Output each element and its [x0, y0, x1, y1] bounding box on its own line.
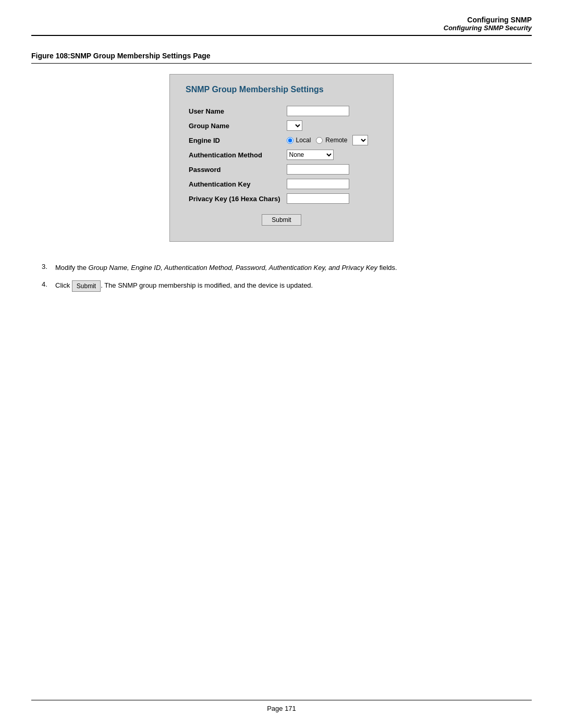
label-auth-key: Authentication Key	[186, 177, 284, 191]
radio-local-label[interactable]: Local	[287, 137, 311, 144]
footer-rule	[31, 700, 532, 700]
user-name-input[interactable]	[287, 106, 349, 116]
control-engine-id: Local Remote	[284, 133, 377, 147]
control-password	[284, 162, 377, 177]
step-4-text: Click Submit. The SNMP group membership …	[55, 280, 313, 292]
page-header: Configuring SNMP Configuring SNMP Securi…	[31, 16, 532, 32]
page-footer: Page 171	[0, 700, 563, 712]
control-user-name	[284, 104, 377, 118]
form-row-password: Password	[186, 162, 377, 177]
form-row-authmethod: Authentication Method None MD5 SHA	[186, 147, 377, 162]
label-group-name: Group Name	[186, 118, 284, 133]
step-3-text: Modify the Group Name, Engine ID, Authen…	[55, 263, 397, 273]
header-rule	[31, 35, 532, 36]
form-row-username: User Name	[186, 104, 377, 118]
radio-local[interactable]	[287, 137, 293, 144]
step-3-num: 3.	[42, 263, 51, 270]
group-name-select[interactable]	[287, 120, 302, 131]
form-row-engineid: Engine ID Local Remote	[186, 133, 377, 147]
label-engine-id: Engine ID	[186, 133, 284, 147]
auth-method-select[interactable]: None MD5 SHA	[287, 150, 334, 160]
control-group-name	[284, 118, 377, 133]
step-3: 3. Modify the Group Name, Engine ID, Aut…	[42, 263, 532, 273]
header-title-main: Configuring SNMP	[467, 16, 532, 24]
control-auth-method: None MD5 SHA	[284, 147, 377, 162]
submit-row: Submit	[186, 214, 377, 226]
step-4-num: 4.	[42, 280, 51, 288]
figure-caption: Figure 108:SNMP Group Membership Setting…	[31, 52, 532, 60]
radio-local-text: Local	[296, 137, 311, 144]
page-container: Configuring SNMP Configuring SNMP Securi…	[0, 0, 563, 728]
label-auth-method: Authentication Method	[186, 147, 284, 162]
control-privacy-key	[284, 191, 377, 206]
form-row-authkey: Authentication Key	[186, 177, 377, 191]
label-password: Password	[186, 162, 284, 177]
auth-key-input[interactable]	[287, 179, 349, 189]
label-privacy-key: Privacy Key (16 Hexa Chars)	[186, 191, 284, 206]
inline-submit-btn: Submit	[72, 280, 101, 292]
figure-rule	[31, 63, 532, 64]
engine-id-select[interactable]	[352, 135, 368, 145]
engine-id-radio-group: Local Remote	[287, 135, 374, 145]
submit-button[interactable]: Submit	[262, 214, 301, 226]
header-title-sub: Configuring SNMP Security	[444, 24, 532, 32]
password-input[interactable]	[287, 164, 349, 175]
form-table: User Name Group Name Engine	[186, 104, 377, 206]
label-user-name: User Name	[186, 104, 284, 118]
form-row-privacykey: Privacy Key (16 Hexa Chars)	[186, 191, 377, 206]
step-4: 4. Click Submit. The SNMP group membersh…	[42, 280, 532, 292]
privacy-key-input[interactable]	[287, 193, 349, 204]
steps-section: 3. Modify the Group Name, Engine ID, Aut…	[31, 263, 532, 299]
radio-remote-text: Remote	[325, 137, 347, 144]
radio-remote[interactable]	[316, 137, 323, 144]
radio-remote-label[interactable]: Remote	[316, 137, 347, 144]
panel-title: SNMP Group Membership Settings	[186, 85, 377, 94]
control-auth-key	[284, 177, 377, 191]
form-row-groupname: Group Name	[186, 118, 377, 133]
footer-page: Page 171	[267, 705, 296, 712]
step-3-italic: Group Name, Engine ID, Authentication Me…	[89, 264, 377, 272]
snmp-panel: SNMP Group Membership Settings User Name…	[169, 74, 394, 242]
